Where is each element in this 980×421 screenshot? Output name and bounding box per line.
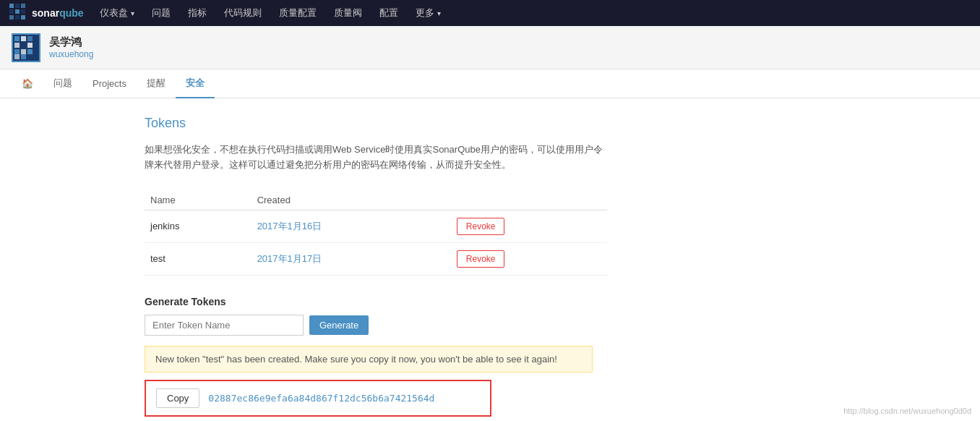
col-name-header: Name (145, 190, 252, 210)
svg-rect-17 (14, 49, 20, 54)
svg-rect-19 (27, 49, 33, 54)
subnav-security[interactable]: 安全 (176, 69, 215, 98)
svg-rect-15 (21, 43, 26, 48)
nav-quality-gates[interactable]: 质量阀 (327, 0, 369, 26)
main-content: Tokens 如果想强化安全，不想在执行代码扫描或调用Web Service时使… (0, 98, 980, 421)
nav-more[interactable]: 更多 ▾ (408, 0, 448, 26)
avatar (12, 33, 40, 62)
revoke-button-jenkins[interactable]: Revoke (457, 218, 505, 235)
subnav-issues[interactable]: 问题 (43, 69, 82, 98)
table-row: jenkins 2017年1月16日 Revoke (145, 210, 607, 242)
subnav-projects[interactable]: Projects (82, 69, 137, 98)
top-navigation: sonarqube 仪表盘 ▾ 问题 指标 代码规则 质量配置 质量阀 配置 更… (0, 0, 980, 26)
svg-rect-10 (14, 36, 20, 41)
nav-code-rules[interactable]: 代码规则 (217, 0, 269, 26)
generate-button[interactable]: Generate (309, 315, 369, 335)
logo-qube-text: qube (59, 7, 83, 19)
token-name-test: test (145, 242, 252, 275)
token-name-input[interactable] (145, 315, 304, 336)
table-row: test 2017年1月17日 Revoke (145, 242, 607, 275)
svg-rect-22 (27, 54, 33, 59)
chevron-down-icon-more: ▾ (437, 9, 441, 17)
tokens-title: Tokens (145, 116, 835, 131)
token-created-test: 2017年1月17日 (252, 242, 451, 275)
svg-rect-0 (9, 4, 14, 8)
svg-rect-21 (21, 54, 26, 59)
col-action-header (451, 190, 607, 210)
svg-rect-11 (21, 36, 26, 41)
logo[interactable]: sonarqube (9, 3, 84, 23)
subnav-home[interactable]: 🏠 (12, 69, 43, 98)
svg-rect-7 (15, 15, 20, 20)
nav-dashboard[interactable]: 仪表盘 ▾ (93, 0, 142, 26)
svg-rect-2 (21, 4, 25, 8)
svg-rect-13 (34, 36, 38, 41)
token-created-jenkins: 2017年1月16日 (252, 210, 451, 242)
new-token-notice: New token "test" has been created. Make … (145, 346, 593, 373)
tokens-description: 如果想强化安全，不想在执行代码扫描或调用Web Service时使用真实Sona… (145, 143, 607, 173)
user-info: 吴学鸿 wuxuehong (49, 35, 93, 59)
svg-rect-3 (9, 9, 14, 14)
svg-rect-8 (21, 15, 25, 20)
col-created-header: Created (252, 190, 451, 210)
user-display-name: 吴学鸿 (49, 35, 93, 49)
user-bar: 吴学鸿 wuxuehong (0, 26, 980, 69)
nav-issues[interactable]: 问题 (145, 0, 178, 26)
home-icon: 🏠 (22, 78, 33, 89)
svg-rect-5 (21, 9, 25, 14)
svg-rect-12 (27, 36, 33, 41)
svg-rect-18 (21, 49, 26, 54)
sub-navigation: 🏠 问题 Projects 提醒 安全 (0, 69, 980, 98)
nav-settings[interactable]: 配置 (372, 0, 405, 26)
svg-rect-4 (15, 9, 20, 14)
nav-metrics[interactable]: 指标 (181, 0, 214, 26)
nav-quality-profiles[interactable]: 质量配置 (272, 0, 324, 26)
copy-button[interactable]: Copy (156, 388, 199, 408)
token-value: 02887ec86e9efa6a84d867f12dc56b6a7421564d (208, 393, 434, 404)
svg-rect-16 (27, 43, 33, 48)
chevron-down-icon: ▾ (131, 9, 134, 17)
svg-rect-6 (9, 15, 14, 20)
generate-row: Generate (145, 315, 835, 336)
watermark: http://blog.csdn.net/wuxuehong0d0d (843, 407, 971, 415)
user-login: wuxuehong (49, 49, 93, 59)
svg-rect-14 (14, 43, 20, 48)
tokens-table: Name Created jenkins 2017年1月16日 Revoke t… (145, 190, 607, 276)
revoke-button-test[interactable]: Revoke (457, 250, 505, 268)
svg-rect-20 (14, 54, 20, 59)
svg-rect-1 (15, 4, 20, 8)
generate-tokens-title: Generate Tokens (145, 296, 835, 307)
copy-token-row: Copy 02887ec86e9efa6a84d867f12dc56b6a742… (145, 380, 491, 417)
subnav-notifications[interactable]: 提醒 (137, 69, 176, 98)
token-name-jenkins: jenkins (145, 210, 252, 242)
logo-sonar-text: sonar (32, 7, 59, 19)
